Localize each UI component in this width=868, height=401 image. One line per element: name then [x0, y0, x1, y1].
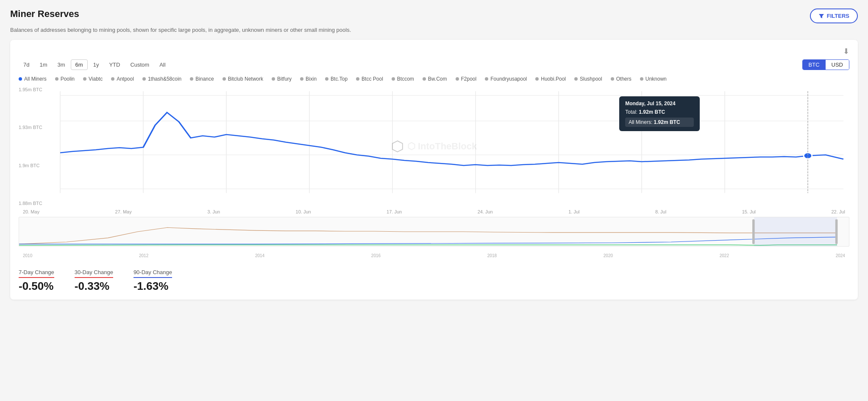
x-label-2: 3. Jun: [207, 209, 220, 214]
time-btn-all[interactable]: All: [155, 59, 170, 70]
legend-label-1thash: 1thash&58coin: [148, 76, 181, 82]
legend-item-viabtc[interactable]: Viabtc: [83, 76, 103, 82]
legend-item-bixin[interactable]: Bixin: [300, 76, 317, 82]
x-label-7: 8. Jul: [655, 209, 666, 214]
mini-x-label-5: 2020: [604, 253, 613, 258]
legend-item-btccom[interactable]: Btccom: [392, 76, 414, 82]
change-item-30d: 30-Day Change -0.33%: [75, 269, 113, 293]
mini-x-label-0: 2010: [23, 253, 32, 258]
time-btn-1y[interactable]: 1y: [89, 59, 104, 70]
legend-label-bixin: Bixin: [306, 76, 317, 82]
legend-dot-bwcom: [423, 77, 426, 81]
x-label-9: 22. Jul: [831, 209, 845, 214]
mini-x-axis: 2010 2012 2014 2016 2018 2020 2022 2024: [19, 253, 849, 258]
legend-label-btcc: Btcc Pool: [362, 76, 383, 82]
download-icon[interactable]: ⬇: [843, 47, 849, 56]
time-btn-3m[interactable]: 3m: [53, 59, 70, 70]
legend-dot-slushpool: [574, 77, 578, 81]
mini-x-label-7: 2024: [836, 253, 845, 258]
change-item-90d: 90-Day Change -1.63%: [134, 269, 172, 293]
currency-btn-btc[interactable]: BTC: [803, 60, 826, 70]
mini-chart-area[interactable]: [19, 217, 849, 247]
svg-rect-18: [835, 219, 838, 244]
legend-item-1thash[interactable]: 1thash&58coin: [142, 76, 181, 82]
legend-label-f2pool: F2pool: [461, 76, 477, 82]
main-chart-area: 1.95m BTC 1.93m BTC 1.9m BTC 1.88m BTC ⬡…: [19, 87, 849, 206]
change-label-30d: 30-Day Change: [75, 269, 113, 278]
x-label-6: 1. Jul: [568, 209, 579, 214]
change-label-7d: 7-Day Change: [19, 269, 54, 278]
time-button-group: 7d 1m 3m 6m 1y YTD Custom All: [19, 59, 170, 70]
legend-item-antpool[interactable]: Antpool: [111, 76, 134, 82]
legend-item-poolin[interactable]: Poolin: [55, 76, 75, 82]
legend-label-unknown: Unknown: [645, 76, 667, 82]
legend-label-viabtc: Viabtc: [89, 76, 103, 82]
time-btn-7d[interactable]: 7d: [19, 59, 34, 70]
currency-btn-usd[interactable]: USD: [826, 60, 849, 70]
legend-item-btcc[interactable]: Btcc Pool: [356, 76, 383, 82]
legend-item-others[interactable]: Others: [611, 76, 632, 82]
legend-label-bwcom: Bw.Com: [428, 76, 447, 82]
x-label-1: 27. May: [115, 209, 132, 214]
legend-dot-unknown: [640, 77, 643, 81]
mini-x-label-6: 2022: [720, 253, 729, 258]
legend-label-slushpool: Slushpool: [580, 76, 602, 82]
legend-label-bitclub: Bitclub Network: [228, 76, 263, 82]
legend-label-all-miners: All Miners: [24, 76, 47, 82]
currency-toggle: BTC USD: [802, 59, 849, 70]
legend-label-foundry: Foundryusapool: [490, 76, 527, 82]
main-chart-svg: [19, 87, 849, 206]
change-value-7d: -0.50%: [19, 280, 54, 293]
time-btn-1m[interactable]: 1m: [35, 59, 52, 70]
svg-rect-16: [754, 217, 837, 246]
legend-item-binance[interactable]: Binance: [190, 76, 214, 82]
time-btn-6m[interactable]: 6m: [71, 59, 88, 70]
legend-dot-1thash: [142, 77, 146, 81]
legend-item-huobi[interactable]: Huobi.Pool: [535, 76, 566, 82]
legend-dot-poolin: [55, 77, 58, 81]
page-description: Balances of addresses belonging to minin…: [10, 27, 858, 33]
x-label-5: 24. Jun: [478, 209, 493, 214]
change-value-90d: -1.63%: [134, 280, 172, 293]
legend-label-others: Others: [616, 76, 632, 82]
legend-item-foundry[interactable]: Foundryusapool: [485, 76, 527, 82]
legend-item-unknown[interactable]: Unknown: [640, 76, 667, 82]
legend-dot-antpool: [111, 77, 114, 81]
time-btn-custom[interactable]: Custom: [125, 59, 154, 70]
mini-x-label-1: 2012: [139, 253, 148, 258]
svg-rect-17: [752, 219, 755, 244]
legend-label-binance: Binance: [195, 76, 214, 82]
legend-item-slushpool[interactable]: Slushpool: [574, 76, 602, 82]
legend-label-antpool: Antpool: [117, 76, 134, 82]
legend-row: All Miners Poolin Viabtc Antpool 1thash&…: [19, 76, 849, 82]
x-label-4: 17. Jun: [387, 209, 402, 214]
legend-item-bwcom[interactable]: Bw.Com: [423, 76, 447, 82]
change-value-30d: -0.33%: [75, 280, 113, 293]
legend-item-bitfury[interactable]: Bitfury: [272, 76, 292, 82]
legend-item-all-miners[interactable]: All Miners: [19, 76, 47, 82]
changes-section: 7-Day Change -0.50% 30-Day Change -0.33%…: [19, 264, 849, 293]
change-item-7d: 7-Day Change -0.50%: [19, 269, 54, 293]
time-btn-ytd[interactable]: YTD: [104, 59, 125, 70]
mini-x-label-4: 2018: [487, 253, 497, 258]
x-axis-labels: 20. May 27. May 3. Jun 10. Jun 17. Jun 2…: [19, 209, 849, 214]
chart-card: ⬇ 7d 1m 3m 6m 1y YTD Custom All BTC USD: [10, 40, 858, 300]
legend-label-huobi: Huobi.Pool: [541, 76, 566, 82]
legend-item-bitclub[interactable]: Bitclub Network: [223, 76, 263, 82]
legend-dot-bixin: [300, 77, 303, 81]
legend-label-poolin: Poolin: [61, 76, 75, 82]
legend-dot-binance: [190, 77, 193, 81]
legend-item-btctop[interactable]: Btc.Top: [325, 76, 348, 82]
legend-dot-viabtc: [83, 77, 86, 81]
page-title: Miner Reserves: [10, 8, 79, 20]
legend-dot-bitclub: [223, 77, 226, 81]
filters-button[interactable]: FILTERS: [810, 8, 858, 23]
change-label-90d: 90-Day Change: [134, 269, 172, 278]
x-label-8: 15. Jul: [742, 209, 756, 214]
legend-label-btccom: Btccom: [397, 76, 414, 82]
legend-dot-others: [611, 77, 614, 81]
legend-item-f2pool[interactable]: F2pool: [456, 76, 477, 82]
legend-dot-btctop: [325, 77, 328, 81]
mini-chart-svg: [19, 217, 849, 246]
legend-dot-huobi: [535, 77, 539, 81]
